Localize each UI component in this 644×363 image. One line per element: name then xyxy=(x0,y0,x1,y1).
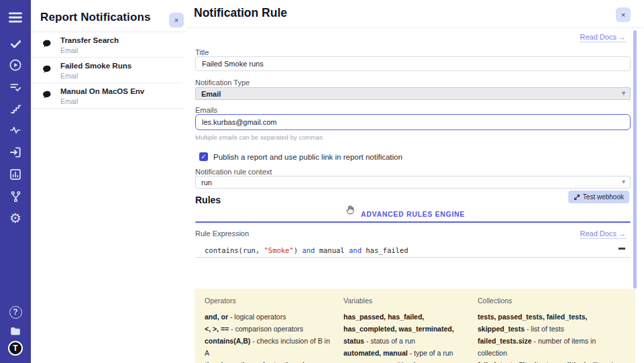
play-circle-icon[interactable] xyxy=(0,57,31,73)
rule-expression-code[interactable]: contains(run, "Smoke") and manual and ha… xyxy=(195,244,631,258)
chat-bubble-icon xyxy=(42,64,53,78)
list-item[interactable]: Transfer SearchEmail xyxy=(31,32,182,58)
rule-context-label: Notification rule context xyxy=(195,168,272,176)
check-icon[interactable] xyxy=(0,36,31,52)
help-item: has_passed, has_failed, has_completed, w… xyxy=(343,311,470,347)
code-token: ) xyxy=(294,246,303,254)
dialog-close-button[interactable]: × xyxy=(616,7,631,22)
help-item: and, or - logical operators xyxy=(205,311,335,323)
code-token: contains(run, xyxy=(205,246,264,254)
emails-input[interactable] xyxy=(195,114,631,130)
item-subtitle: Email xyxy=(60,72,78,80)
help-item: time.hour, time.minute, time.day - datet… xyxy=(205,359,335,363)
item-title: Failed Smoke Runs xyxy=(60,62,131,70)
selected-value: run xyxy=(201,178,212,187)
avatar[interactable]: T xyxy=(0,340,31,356)
title-label: Title xyxy=(195,48,209,56)
title-input[interactable] xyxy=(195,56,631,71)
item-title: Manual On MacOS Env xyxy=(60,87,144,95)
notification-type-select[interactable]: Email ▾ xyxy=(195,87,631,100)
help-item: failed_tests.filter(test, condition) - f… xyxy=(478,359,626,363)
help-column: Operatorsand, or - logical operators<, >… xyxy=(205,297,335,363)
page-title: Notification Rule xyxy=(194,6,287,20)
code-token: has_failed xyxy=(362,246,409,254)
help-item: <, >, == - comparison operators xyxy=(205,323,335,335)
help-column-header: Variables xyxy=(343,297,470,305)
code-token: manual xyxy=(315,246,349,254)
help-item: automated, manual - type of a run xyxy=(343,347,470,359)
editor-scrollbar[interactable] xyxy=(619,248,625,250)
activity-icon[interactable] xyxy=(0,122,31,138)
help-column: Variableshas_passed, has_failed, has_com… xyxy=(343,297,470,363)
panel-close-button[interactable]: × xyxy=(169,13,184,28)
notification-rule-panel: Notification Rule × Read Docs → Title No… xyxy=(186,0,644,363)
read-docs-link[interactable]: Read Docs → xyxy=(580,33,626,42)
report-notifications-panel: Report Notifications × Transfer SearchEm… xyxy=(31,0,186,363)
emails-label: Emails xyxy=(195,106,217,114)
item-subtitle: Email xyxy=(60,46,78,54)
tab-indicator xyxy=(195,221,631,223)
publish-report-checkbox-row[interactable]: ✓ Publish a report and use public link i… xyxy=(199,152,402,161)
read-docs-link[interactable]: Read Docs → xyxy=(580,229,626,239)
help-item: failed_tests.size - number of items in c… xyxy=(478,335,626,359)
notification-type-label: Notification Type xyxy=(195,79,250,87)
bar-chart-icon[interactable] xyxy=(0,166,31,183)
hand-cursor-icon xyxy=(345,203,356,215)
help-column-header: Collections xyxy=(478,297,626,305)
steps-icon[interactable] xyxy=(0,101,31,117)
code-token: "Smoke" xyxy=(264,246,294,254)
branch-icon[interactable] xyxy=(0,189,31,205)
test-arrows-icon xyxy=(574,194,580,201)
settings-gear-icon[interactable]: ⚙ xyxy=(0,210,31,226)
chat-bubble-icon xyxy=(42,38,53,52)
selected-value: Email xyxy=(201,90,221,98)
help-panel: Operatorsand, or - logical operators<, >… xyxy=(195,289,635,363)
item-subtitle: Email xyxy=(60,97,78,105)
sign-in-icon[interactable] xyxy=(0,144,31,160)
test-webhook-button[interactable]: Test webhook xyxy=(568,191,629,203)
chat-bubble-icon xyxy=(42,89,53,103)
help-item: tests, passed_tests, failed_tests, skipp… xyxy=(478,311,626,335)
chevron-down-icon: ▾ xyxy=(622,89,625,97)
vertical-scrollbar[interactable] xyxy=(633,30,637,289)
playlist-check-icon[interactable] xyxy=(0,79,31,95)
rules-heading: Rules xyxy=(195,195,221,205)
menu-icon[interactable] xyxy=(0,9,31,25)
code-token: and xyxy=(349,246,362,254)
list-item[interactable]: Manual On MacOS EnvEmail xyxy=(31,83,182,109)
rule-context-select[interactable]: run ▾ xyxy=(195,176,631,189)
list-item[interactable]: Failed Smoke RunsEmail xyxy=(31,58,182,83)
divider xyxy=(186,28,644,28)
help-item: run, rungroup - title of run or rungroup xyxy=(343,359,470,363)
panel-title: Report Notifications xyxy=(40,11,150,24)
chevron-down-icon: ▾ xyxy=(622,178,625,185)
library-folder-icon[interactable] xyxy=(0,323,31,340)
close-icon: × xyxy=(621,11,625,19)
emails-hint: Multiple emails can be separated by comm… xyxy=(195,134,323,141)
checkbox-label: Publish a report and use public link in … xyxy=(213,153,402,161)
help-icon[interactable]: ? xyxy=(0,304,31,320)
help-item: contains(A,B) - checks inclusion of B in… xyxy=(205,335,335,359)
close-icon: × xyxy=(174,16,178,24)
rule-expression-label: Rule Expression xyxy=(195,229,249,238)
button-label: Test webhook xyxy=(583,193,624,201)
avatar-initial: T xyxy=(8,341,23,356)
app-sidebar: ⚙ ? T xyxy=(0,0,31,363)
checkbox-checked-icon[interactable]: ✓ xyxy=(199,152,208,161)
help-column-header: Operators xyxy=(205,297,335,305)
tab-advanced-rules-engine[interactable]: ADVANCED RULES ENGINE xyxy=(195,210,631,218)
notification-list: Transfer SearchEmailFailed Smoke RunsEma… xyxy=(31,32,186,109)
code-token: and xyxy=(302,246,315,254)
help-column: Collectionstests, passed_tests, failed_t… xyxy=(478,297,626,363)
item-title: Transfer Search xyxy=(60,36,119,44)
